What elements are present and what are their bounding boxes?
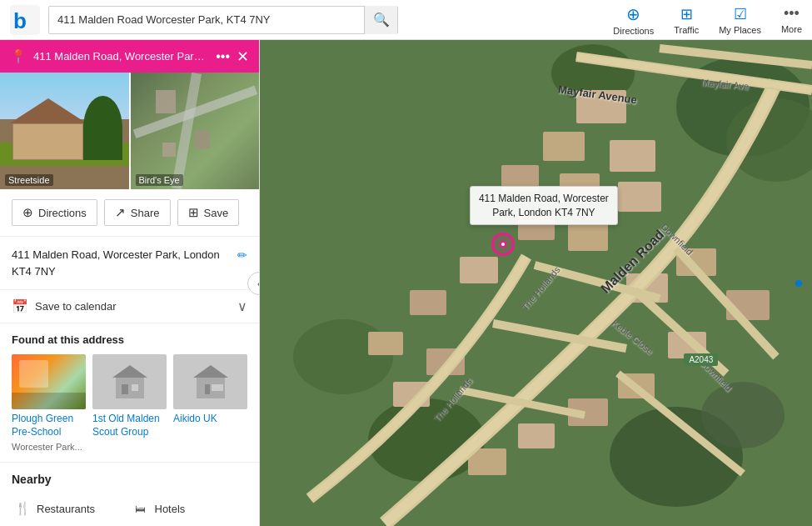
my-places-action[interactable]: ☑ My Places: [719, 5, 761, 35]
close-icon[interactable]: ✕: [237, 49, 249, 64]
search-input[interactable]: 411 Malden Road Worcester Park, KT4 7NY: [49, 13, 364, 26]
location-pin-icon: 📍: [10, 48, 27, 64]
svg-rect-26: [568, 223, 608, 251]
svg-rect-6: [132, 383, 138, 384]
share-button[interactable]: ↗ Share: [104, 199, 171, 226]
svg-rect-19: [576, 90, 626, 123]
map-area[interactable]: Mayfair Avenue Mayfair Ave Malden Road T…: [260, 40, 812, 526]
nearby-coffee-shops[interactable]: ☕ Coffee Shops: [130, 523, 248, 526]
hotels-icon: 🛏: [133, 503, 148, 515]
svg-rect-10: [212, 384, 223, 391]
share-icon: ↗: [115, 205, 126, 220]
topbar: b 411 Malden Road Worcester Park, KT4 7N…: [0, 0, 812, 40]
place-thumb-1: [12, 354, 86, 409]
bing-logo: b: [10, 5, 40, 35]
svg-text:b: b: [13, 8, 27, 33]
svg-marker-3: [112, 365, 147, 378]
address-line1: 411 Malden Road, Worcester Park, London: [12, 248, 220, 261]
more-action[interactable]: ••• More: [781, 5, 802, 34]
streetside-tile[interactable]: Streetside: [0, 73, 129, 189]
svg-rect-4: [122, 384, 128, 394]
traffic-label: Traffic: [674, 25, 699, 35]
search-button[interactable]: 🔍: [364, 6, 397, 34]
tooltip-line1: 411 Malden Road, Worcester: [479, 192, 609, 206]
topbar-actions: ⊕ Directions ⊞ Traffic ☑ My Places ••• M…: [613, 4, 802, 36]
restaurants-label: Restaurants: [37, 503, 95, 515]
streetside-label: Streetside: [5, 174, 53, 186]
nearby-title: Nearby: [12, 473, 247, 486]
location-header-title: 411 Malden Road, Worcester Park, L...: [33, 50, 209, 63]
svg-point-16: [293, 319, 393, 394]
tooltip-line2: Park, London KT4 7NY: [479, 206, 609, 220]
found-section: Found at this address Plough Green Pre-S…: [0, 323, 259, 463]
place-thumb-2: [92, 354, 167, 409]
save-button[interactable]: ⊞ Save: [177, 199, 240, 226]
svg-rect-27: [460, 257, 498, 283]
found-title: Found at this address: [12, 333, 247, 346]
directions-button[interactable]: ⊕ Directions: [12, 199, 97, 226]
save-icon: ⊞: [188, 205, 199, 220]
birdseye-label: Bird's Eye: [136, 174, 183, 186]
save-btn-label: Save: [204, 207, 229, 219]
left-panel: 📍 411 Malden Road, Worcester Park, L... …: [0, 40, 260, 526]
my-places-icon: ☑: [734, 5, 747, 23]
svg-rect-5: [132, 384, 138, 391]
calendar-save[interactable]: 📅 Save to calendar ∨: [0, 290, 259, 323]
svg-rect-28: [410, 290, 446, 315]
place-name-2: 1st Old Malden Scout Group: [92, 413, 167, 438]
location-header: 📍 411 Malden Road, Worcester Park, L... …: [0, 40, 259, 73]
location-header-actions: ••• ✕: [216, 49, 249, 64]
svg-rect-2: [116, 378, 144, 398]
calendar-icon: 📅: [12, 298, 28, 314]
my-places-label: My Places: [719, 25, 761, 35]
chevron-down-icon: ∨: [237, 298, 247, 314]
address-text: 411 Malden Road, Worcester Park, London …: [12, 247, 220, 279]
pin-circle: [491, 233, 515, 256]
svg-rect-21: [610, 140, 655, 172]
zoom-indicator: [795, 280, 802, 287]
more-options-icon[interactable]: •••: [216, 50, 230, 63]
nearby-restaurants[interactable]: 🍴 Restaurants: [12, 494, 130, 523]
place-card-3[interactable]: Aikido UK: [173, 354, 247, 452]
search-box: 411 Malden Road Worcester Park, KT4 7NY …: [48, 6, 398, 34]
svg-rect-29: [368, 332, 403, 355]
nearby-attractions[interactable]: 🎭 Attractions: [12, 523, 130, 526]
cal-save-left: 📅 Save to calendar: [12, 298, 117, 314]
svg-rect-24: [618, 182, 661, 212]
pin-dot: [500, 241, 506, 248]
directions-icon: ⊕: [626, 4, 640, 24]
place-card-1[interactable]: Plough Green Pre-School Worcester Park..…: [12, 354, 86, 452]
directions-btn-label: Directions: [38, 207, 87, 219]
place-name-1: Plough Green Pre-School: [12, 413, 86, 438]
map-svg: [260, 40, 812, 526]
svg-rect-20: [543, 132, 585, 161]
traffic-action[interactable]: ⊞ Traffic: [674, 5, 699, 35]
more-icon: •••: [784, 5, 800, 23]
hotels-label: Hotels: [155, 503, 186, 515]
edit-icon[interactable]: ✏: [237, 248, 247, 262]
map-background: Mayfair Avenue Mayfair Ave Malden Road T…: [260, 40, 812, 526]
cal-save-label: Save to calendar: [35, 300, 117, 313]
place-sub-1: Worcester Park...: [12, 442, 86, 452]
directions-btn-icon: ⊕: [22, 205, 33, 220]
address-line2: KT4 7NY: [12, 265, 56, 278]
more-label: More: [781, 24, 802, 34]
image-strip: Streetside Bird's Eye: [0, 73, 259, 189]
road-badge: A2043: [684, 353, 718, 366]
directions-action[interactable]: ⊕ Directions: [613, 4, 654, 36]
traffic-icon: ⊞: [680, 5, 693, 23]
main-layout: 📍 411 Malden Road, Worcester Park, L... …: [0, 40, 812, 526]
svg-point-18: [701, 382, 785, 448]
birdseye-tile[interactable]: Bird's Eye: [131, 73, 260, 189]
nearby-hotels[interactable]: 🛏 Hotels: [130, 494, 248, 523]
action-buttons: ⊕ Directions ↗ Share ⊞ Save: [0, 189, 259, 237]
place-name-3: Aikido UK: [173, 413, 247, 426]
map-tooltip: 411 Malden Road, Worcester Park, London …: [470, 186, 618, 226]
nearby-section: Nearby 🍴 Restaurants 🛏 Hotels 🎭 Attracti…: [0, 463, 259, 526]
place-card-2[interactable]: 1st Old Malden Scout Group: [92, 354, 167, 452]
restaurants-icon: 🍴: [15, 501, 30, 516]
zoom-controls: [794, 278, 804, 288]
share-btn-label: Share: [131, 207, 160, 219]
nearby-grid: 🍴 Restaurants 🛏 Hotels 🎭 Attractions ☕ C…: [12, 494, 247, 526]
svg-marker-8: [193, 365, 228, 378]
